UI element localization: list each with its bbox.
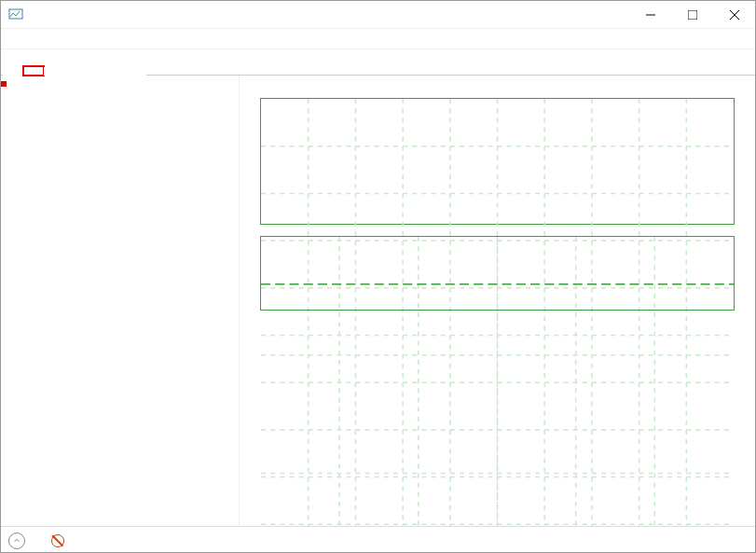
tab-services[interactable] [126,67,146,76]
minimize-button[interactable] [629,1,671,29]
tabstrip [1,49,755,76]
titlebar [1,1,755,29]
tab-processes[interactable] [3,67,23,76]
active-time-chart [260,98,735,225]
tab-app-history[interactable] [44,67,64,76]
footer [1,526,755,553]
tab-details[interactable] [105,67,126,76]
svg-rect-0 [9,9,22,19]
svg-rect-2 [688,10,697,20]
detail-pane [240,76,755,526]
fewer-details-icon[interactable] [8,532,25,549]
maximize-button[interactable] [671,1,713,29]
menubar [1,29,755,49]
resmon-icon [51,534,64,547]
tab-users[interactable] [85,67,105,76]
close-button[interactable] [713,1,755,29]
tab-performance[interactable] [23,66,44,76]
app-icon [8,7,23,22]
transfer-rate-chart [260,236,735,311]
highlight-box [1,81,7,87]
performance-sidebar[interactable] [1,76,240,526]
tab-startup[interactable] [64,67,85,76]
